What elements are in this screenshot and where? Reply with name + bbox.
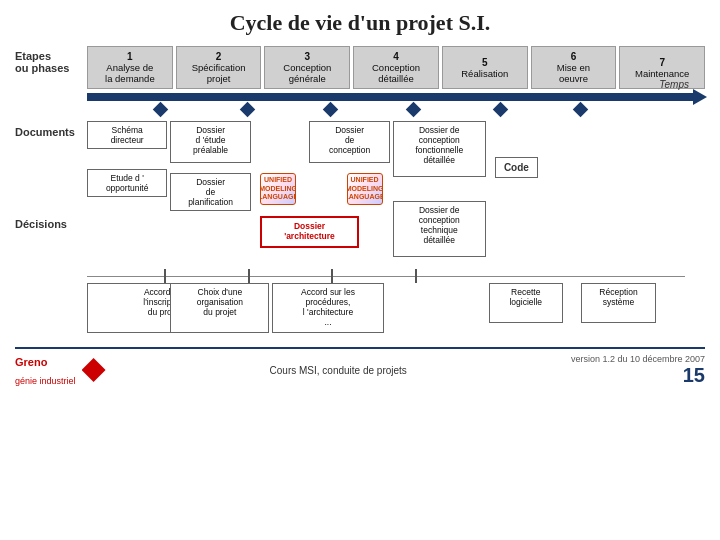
reception-systeme-box: Réceptionsystème	[581, 283, 655, 323]
uml-logo-2: UNIFIEDMODELINGLANGUAGE	[347, 173, 383, 205]
arrow-down-2	[248, 269, 250, 283]
logo-diamond	[82, 358, 106, 382]
genie-label: génie industriel	[15, 376, 76, 386]
content-area: Schémadirecteur Dossierd 'étudepréalable…	[87, 121, 705, 341]
timeline-arrow-row: Temps	[15, 93, 705, 101]
footer-course-label: Cours MSI, conduite de projets	[270, 365, 407, 376]
arrow-down-3	[331, 269, 333, 283]
uml-logo-1: UNIFIEDMODELINGLANGUAGE	[260, 173, 296, 205]
dossier-architecture-box: Dossier'architecture	[260, 216, 359, 248]
divider	[87, 276, 685, 277]
etude-opportunite-box: Etude d 'opportunité	[87, 169, 167, 197]
diamond-5	[493, 102, 509, 118]
choix-organisation-box: Choix d'uneorganisationdu projet	[170, 283, 269, 333]
dossier-conception-box: Dossierdeconception	[309, 121, 389, 163]
phases-section: Etapes ou phases 1 Analyse dela demande …	[15, 46, 705, 89]
phase-1: 1 Analyse dela demande	[87, 46, 173, 89]
diamond-2	[239, 102, 255, 118]
phase-4: 4 Conceptiondétaillée	[353, 46, 439, 89]
dossier-conception-technique-box: Dossier deconceptiontechniquedétaillée	[393, 201, 486, 257]
phase-5: 5 Réalisation	[442, 46, 528, 89]
phase-2: 2 Spécificationprojet	[176, 46, 262, 89]
schema-directeur-box: Schémadirecteur	[87, 121, 167, 149]
arrow-down-4	[415, 269, 417, 283]
diamond-6	[573, 102, 589, 118]
recette-logicielle-box: Recettelogicielle	[489, 283, 563, 323]
diamond-3	[323, 102, 339, 118]
dossier-etude-prealable-box: Dossierd 'étudepréalable	[170, 121, 250, 163]
code-box: Code	[495, 157, 538, 178]
grenoble-label: Greno	[15, 356, 47, 368]
timeline-bar: Temps	[87, 93, 705, 101]
dossier-conception-fonctionnelle-box: Dossier deconceptionfonctionnelledétaill…	[393, 121, 486, 177]
footer-right: version 1.2 du 10 décembre 2007 15	[571, 354, 705, 387]
documents-decisions-area: Documents Décisions Schémadirecteur Doss…	[15, 121, 705, 341]
decisions-label: Décisions	[15, 218, 87, 230]
diamond-1	[153, 102, 169, 118]
etapes-label: Etapes ou phases	[15, 46, 87, 74]
version-label: version 1.2 du 10 décembre 2007	[571, 354, 705, 364]
arrow-down-1	[164, 269, 166, 283]
page: Cycle de vie d'un projet S.I. Etapes ou …	[0, 0, 720, 540]
diamond-4	[406, 102, 422, 118]
page-number: 15	[571, 364, 705, 387]
documents-label: Documents	[15, 121, 87, 138]
accord-procedures-box: Accord sur lesprocédures,l 'architecture…	[272, 283, 383, 333]
temps-label: Temps	[659, 79, 689, 90]
footer-logo: Greno génie industriel	[15, 352, 106, 388]
diamonds-row	[15, 103, 705, 117]
footer: Greno génie industriel Cours MSI, condui…	[15, 347, 705, 388]
dossier-planification-box: Dossierdeplanification	[170, 173, 250, 211]
page-title: Cycle de vie d'un projet S.I.	[15, 10, 705, 36]
phases-row: 1 Analyse dela demande 2 Spécificationpr…	[87, 46, 705, 89]
phase-6: 6 Mise enoeuvre	[531, 46, 617, 89]
diamonds-container	[87, 103, 705, 117]
phase-3: 3 Conceptiongénérale	[264, 46, 350, 89]
